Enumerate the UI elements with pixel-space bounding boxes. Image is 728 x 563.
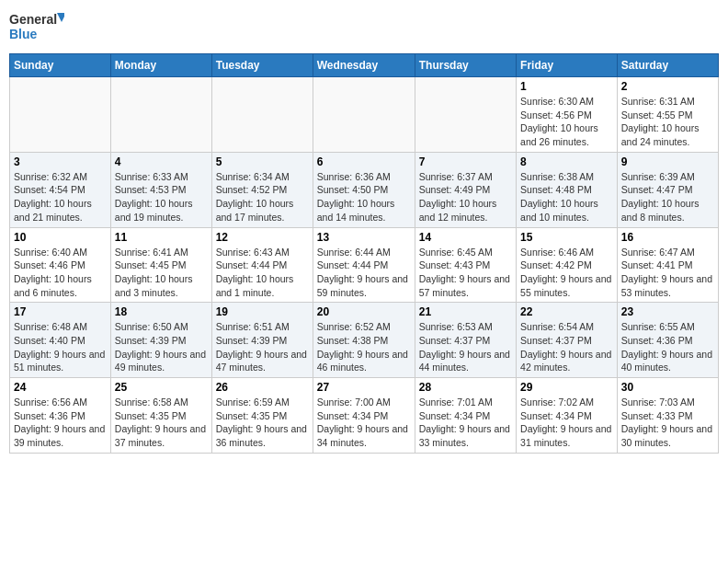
day-number: 3 <box>14 155 107 168</box>
day-info: Sunrise: 6:59 AMSunset: 4:35 PMDaylight:… <box>216 396 309 450</box>
calendar-cell: 6Sunrise: 6:36 AMSunset: 4:50 PMDaylight… <box>313 152 415 227</box>
header-monday: Monday <box>110 54 211 77</box>
day-number: 12 <box>216 231 309 244</box>
calendar-cell: 11Sunrise: 6:41 AMSunset: 4:45 PMDayligh… <box>110 227 211 303</box>
day-info: Sunrise: 6:58 AMSunset: 4:35 PMDaylight:… <box>115 396 208 450</box>
header-sunday: Sunday <box>10 54 111 77</box>
day-number: 4 <box>115 155 208 168</box>
day-number: 21 <box>419 305 512 318</box>
calendar-cell: 26Sunrise: 6:59 AMSunset: 4:35 PMDayligh… <box>211 378 313 454</box>
day-number: 11 <box>115 231 208 244</box>
day-number: 19 <box>216 305 309 318</box>
day-info: Sunrise: 6:32 AMSunset: 4:54 PMDaylight:… <box>14 170 107 224</box>
calendar-cell: 27Sunrise: 7:00 AMSunset: 4:34 PMDayligh… <box>313 378 415 454</box>
day-info: Sunrise: 6:45 AMSunset: 4:43 PMDaylight:… <box>419 246 512 300</box>
day-info: Sunrise: 6:52 AMSunset: 4:38 PMDaylight:… <box>317 320 411 374</box>
calendar-cell: 18Sunrise: 6:50 AMSunset: 4:39 PMDayligh… <box>110 303 211 378</box>
calendar-cell: 22Sunrise: 6:54 AMSunset: 4:37 PMDayligh… <box>517 303 618 378</box>
calendar-cell: 23Sunrise: 6:55 AMSunset: 4:36 PMDayligh… <box>617 303 718 378</box>
day-info: Sunrise: 6:54 AMSunset: 4:37 PMDaylight:… <box>520 320 613 374</box>
logo: General Blue <box>9 9 64 46</box>
calendar-cell: 21Sunrise: 6:53 AMSunset: 4:37 PMDayligh… <box>415 303 516 378</box>
calendar-cell: 13Sunrise: 6:44 AMSunset: 4:44 PMDayligh… <box>313 227 415 303</box>
day-number: 23 <box>621 305 714 318</box>
day-info: Sunrise: 6:40 AMSunset: 4:46 PMDaylight:… <box>14 246 107 300</box>
day-info: Sunrise: 6:47 AMSunset: 4:41 PMDaylight:… <box>621 246 714 300</box>
day-number: 5 <box>216 155 309 168</box>
day-info: Sunrise: 6:37 AMSunset: 4:49 PMDaylight:… <box>419 170 512 224</box>
calendar-cell: 12Sunrise: 6:43 AMSunset: 4:44 PMDayligh… <box>211 227 313 303</box>
calendar-cell: 25Sunrise: 6:58 AMSunset: 4:35 PMDayligh… <box>110 378 211 454</box>
svg-marker-2 <box>57 13 64 22</box>
day-number: 13 <box>317 231 411 244</box>
calendar-cell: 15Sunrise: 6:46 AMSunset: 4:42 PMDayligh… <box>517 227 618 303</box>
calendar-cell: 19Sunrise: 6:51 AMSunset: 4:39 PMDayligh… <box>211 303 313 378</box>
svg-text:Blue: Blue <box>9 27 38 41</box>
day-info: Sunrise: 6:38 AMSunset: 4:48 PMDaylight:… <box>520 170 613 224</box>
calendar-cell <box>10 77 111 153</box>
calendar-cell <box>313 77 415 153</box>
day-info: Sunrise: 7:03 AMSunset: 4:33 PMDaylight:… <box>621 396 714 450</box>
calendar-cell: 29Sunrise: 7:02 AMSunset: 4:34 PMDayligh… <box>517 378 618 454</box>
header-wednesday: Wednesday <box>313 54 415 77</box>
calendar-cell: 9Sunrise: 6:39 AMSunset: 4:47 PMDaylight… <box>617 152 718 227</box>
day-info: Sunrise: 6:51 AMSunset: 4:39 PMDaylight:… <box>216 320 309 374</box>
calendar-cell: 5Sunrise: 6:34 AMSunset: 4:52 PMDaylight… <box>211 152 313 227</box>
calendar-cell <box>110 77 211 153</box>
day-number: 29 <box>520 381 613 394</box>
day-number: 1 <box>520 80 613 93</box>
day-info: Sunrise: 6:50 AMSunset: 4:39 PMDaylight:… <box>115 320 208 374</box>
calendar-week-row: 10Sunrise: 6:40 AMSunset: 4:46 PMDayligh… <box>10 227 719 303</box>
day-number: 6 <box>317 155 411 168</box>
day-number: 8 <box>520 155 613 168</box>
day-info: Sunrise: 6:43 AMSunset: 4:44 PMDaylight:… <box>216 246 309 300</box>
calendar-week-row: 1Sunrise: 6:30 AMSunset: 4:56 PMDaylight… <box>10 77 719 153</box>
day-number: 24 <box>14 381 107 394</box>
day-number: 16 <box>621 231 714 244</box>
calendar-cell: 3Sunrise: 6:32 AMSunset: 4:54 PMDaylight… <box>10 152 111 227</box>
svg-text:General: General <box>9 12 57 27</box>
header-tuesday: Tuesday <box>211 54 313 77</box>
day-number: 18 <box>115 305 208 318</box>
calendar-cell: 24Sunrise: 6:56 AMSunset: 4:36 PMDayligh… <box>10 378 111 454</box>
calendar-cell: 7Sunrise: 6:37 AMSunset: 4:49 PMDaylight… <box>415 152 516 227</box>
calendar-cell: 2Sunrise: 6:31 AMSunset: 4:55 PMDaylight… <box>617 77 718 153</box>
day-number: 9 <box>621 155 714 168</box>
day-info: Sunrise: 7:02 AMSunset: 4:34 PMDaylight:… <box>520 396 613 450</box>
header-thursday: Thursday <box>415 54 516 77</box>
page-header: General Blue <box>9 9 719 46</box>
day-number: 10 <box>14 231 107 244</box>
calendar-cell: 20Sunrise: 6:52 AMSunset: 4:38 PMDayligh… <box>313 303 415 378</box>
day-info: Sunrise: 6:30 AMSunset: 4:56 PMDaylight:… <box>520 95 613 149</box>
day-number: 25 <box>115 381 208 394</box>
day-info: Sunrise: 6:48 AMSunset: 4:40 PMDaylight:… <box>14 320 107 374</box>
calendar-week-row: 17Sunrise: 6:48 AMSunset: 4:40 PMDayligh… <box>10 303 719 378</box>
calendar-cell: 28Sunrise: 7:01 AMSunset: 4:34 PMDayligh… <box>415 378 516 454</box>
logo-svg: General Blue <box>9 9 64 46</box>
day-info: Sunrise: 6:53 AMSunset: 4:37 PMDaylight:… <box>419 320 512 374</box>
calendar-week-row: 3Sunrise: 6:32 AMSunset: 4:54 PMDaylight… <box>10 152 719 227</box>
calendar-cell <box>415 77 516 153</box>
day-number: 28 <box>419 381 512 394</box>
calendar-week-row: 24Sunrise: 6:56 AMSunset: 4:36 PMDayligh… <box>10 378 719 454</box>
calendar-cell <box>211 77 313 153</box>
calendar-header-row: SundayMondayTuesdayWednesdayThursdayFrid… <box>10 54 719 77</box>
day-number: 20 <box>317 305 411 318</box>
day-number: 30 <box>621 381 714 394</box>
calendar-cell: 16Sunrise: 6:47 AMSunset: 4:41 PMDayligh… <box>617 227 718 303</box>
day-number: 26 <box>216 381 309 394</box>
calendar-cell: 10Sunrise: 6:40 AMSunset: 4:46 PMDayligh… <box>10 227 111 303</box>
calendar-cell: 8Sunrise: 6:38 AMSunset: 4:48 PMDaylight… <box>517 152 618 227</box>
day-number: 17 <box>14 305 107 318</box>
day-info: Sunrise: 6:55 AMSunset: 4:36 PMDaylight:… <box>621 320 714 374</box>
day-info: Sunrise: 6:39 AMSunset: 4:47 PMDaylight:… <box>621 170 714 224</box>
header-saturday: Saturday <box>617 54 718 77</box>
day-info: Sunrise: 6:44 AMSunset: 4:44 PMDaylight:… <box>317 246 411 300</box>
day-info: Sunrise: 6:36 AMSunset: 4:50 PMDaylight:… <box>317 170 411 224</box>
day-info: Sunrise: 6:56 AMSunset: 4:36 PMDaylight:… <box>14 396 107 450</box>
day-number: 27 <box>317 381 411 394</box>
day-info: Sunrise: 6:46 AMSunset: 4:42 PMDaylight:… <box>520 246 613 300</box>
day-number: 15 <box>520 231 613 244</box>
day-info: Sunrise: 7:01 AMSunset: 4:34 PMDaylight:… <box>419 396 512 450</box>
day-number: 7 <box>419 155 512 168</box>
